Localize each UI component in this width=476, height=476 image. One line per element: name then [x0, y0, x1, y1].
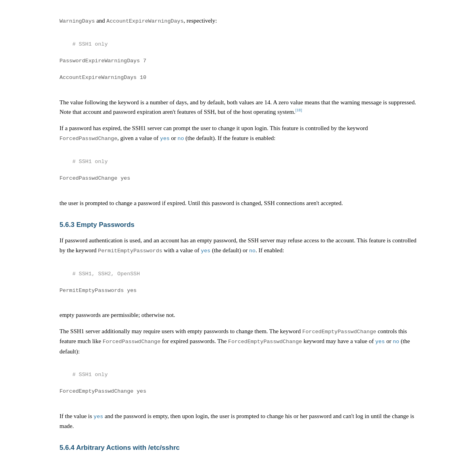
- para6-text-1: The SSH1 server additionally may require…: [60, 328, 302, 334]
- footnote-ref-18: [18]: [296, 108, 302, 112]
- para6-text-4: keyword may have a value of: [302, 338, 375, 344]
- forced-passwd-change-keyword: ForcedPasswdChange: [60, 136, 117, 142]
- code-line-3a: PermitEmptyPasswords yes: [60, 288, 136, 294]
- para4-text-4: . If enabled:: [255, 247, 284, 253]
- paragraph-6: The SSH1 server additionally may require…: [60, 326, 416, 356]
- para7-text-1: If the value is: [60, 413, 94, 419]
- paragraph-4: If password authentication is used, and …: [60, 236, 416, 255]
- intro-paragraph: WarningDays and AccountExpireWarningDays…: [60, 16, 416, 26]
- para1-text: The value following the keyword is a num…: [60, 99, 416, 115]
- paragraph-5: empty passwords are permissible; otherwi…: [60, 310, 416, 320]
- footnote-link-18[interactable]: [18]: [296, 108, 302, 112]
- para4-yes-value: yes: [201, 248, 210, 254]
- code-line-2a: ForcedPasswdChange yes: [60, 175, 130, 181]
- code-block-4: # SSH1 only ForcedEmptyPasswdChange yes: [60, 363, 416, 404]
- paragraph-2: If a password has expired, the SSH1 serv…: [60, 123, 416, 143]
- para4-no-value: no: [249, 248, 255, 254]
- code-block-2: # SSH1 only ForcedPasswdChange yes: [60, 150, 416, 191]
- section-heading-563: 5.6.3 Empty Passwords: [60, 219, 416, 230]
- para6-no-value: no: [393, 339, 399, 345]
- para2-yes-value: yes: [160, 136, 169, 142]
- para6-text-5: or: [385, 338, 393, 344]
- para2-text-1: If a password has expired, the SSH1 serv…: [60, 125, 368, 131]
- code-comment-4: # SSH1 only: [72, 372, 107, 378]
- paragraph-7: If the value is yes and the password is …: [60, 411, 416, 431]
- forced-passwd-change-keyword-2: ForcedPasswdChange: [103, 339, 161, 345]
- para5-text: empty passwords are permissible; otherwi…: [60, 312, 175, 318]
- para4-text-3: (the default) or: [210, 247, 249, 253]
- paragraph-3: the user is prompted to change a passwor…: [60, 198, 416, 208]
- account-expire-keyword: AccountExpireWarningDays: [106, 18, 183, 24]
- section-heading-563-text: 5.6.3 Empty Passwords: [60, 221, 134, 228]
- para2-text-3: or: [170, 135, 178, 141]
- para7-yes-value: yes: [94, 414, 103, 420]
- main-content: WarningDays and AccountExpireWarningDays…: [60, 16, 416, 453]
- para3-text: the user is prompted to change a passwor…: [60, 200, 343, 206]
- section-heading-564-text: 5.6.4 Arbitrary Actions with /etc/sshrc: [60, 444, 180, 451]
- para2-text-2: , given a value of: [117, 135, 160, 141]
- code-block-1: # SSH1 only PasswordExpireWarningDays 7 …: [60, 32, 416, 90]
- para7-text-2: and the password is empty, then upon log…: [60, 413, 414, 429]
- code-line-4a: ForcedEmptyPasswdChange yes: [60, 388, 146, 394]
- intro-and: and: [95, 17, 106, 24]
- code-comment-1: # SSH1 only: [72, 41, 107, 47]
- para2-no-value: no: [178, 136, 184, 142]
- forced-empty-passwd-change-keyword-1: ForcedEmptyPasswdChange: [302, 329, 376, 335]
- forced-empty-passwd-change-keyword-2: ForcedEmptyPasswdChange: [228, 339, 302, 345]
- para6-yes-value: yes: [375, 339, 385, 345]
- code-comment-2: # SSH1 only: [72, 159, 107, 165]
- section-heading-564: 5.6.4 Arbitrary Actions with /etc/sshrc: [60, 442, 416, 453]
- intro-end: , respectively:: [184, 17, 217, 24]
- para4-text-2: with a value of: [162, 247, 201, 253]
- paragraph-1: The value following the keyword is a num…: [60, 98, 416, 117]
- para6-text-3: for expired passwords. The: [161, 338, 228, 344]
- code-block-3: # SSH1, SSH2, OpenSSH PermitEmptyPasswor…: [60, 262, 416, 303]
- code-comment-3: # SSH1, SSH2, OpenSSH: [72, 271, 140, 277]
- warning-days-keyword: WarningDays: [60, 18, 95, 24]
- permit-empty-passwords-keyword: PermitEmptyPasswords: [98, 248, 162, 254]
- code-line-1a: PasswordExpireWarningDays 7: [60, 58, 146, 64]
- code-line-1b: AccountExpireWarningDays 10: [60, 75, 146, 81]
- para2-text-4: (the default). If the feature is enabled…: [184, 135, 276, 141]
